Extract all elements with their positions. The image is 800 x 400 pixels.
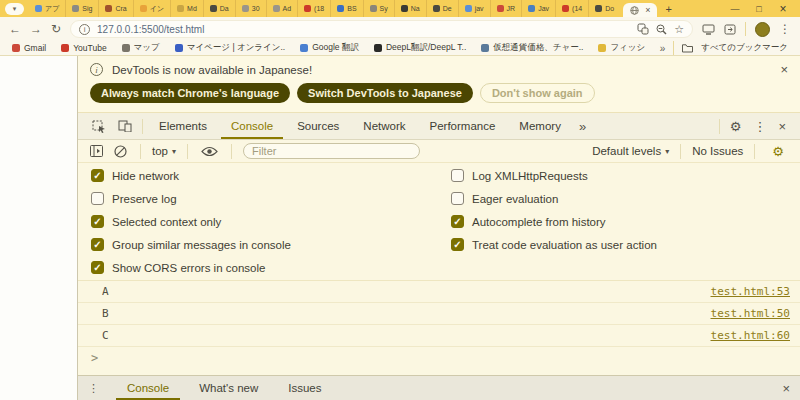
device-toolbar-icon[interactable] [112, 120, 138, 132]
site-info-icon[interactable]: i [79, 24, 90, 35]
browser-tab[interactable]: Do [588, 0, 620, 17]
browser-tab[interactable]: Sig [65, 0, 98, 17]
profile-avatar[interactable] [755, 22, 770, 37]
infobar-close-icon[interactable]: × [780, 63, 788, 76]
bookmark-item[interactable]: フィッシング対策コード.. [598, 42, 644, 54]
console-setting[interactable]: Group similar messages in console [91, 238, 451, 251]
devtools-tab[interactable]: Memory [507, 113, 573, 139]
browser-tab[interactable]: De [426, 0, 458, 17]
console-setting[interactable]: Selected context only [91, 215, 451, 228]
checkbox[interactable] [451, 192, 464, 205]
browser-tab[interactable]: Ad [266, 0, 298, 17]
browser-tab[interactable]: アプ [29, 0, 65, 17]
checkbox[interactable] [451, 215, 464, 228]
console-settings-gear-icon[interactable]: ⚙ [766, 145, 790, 158]
drawer-close-icon[interactable]: × [782, 382, 790, 395]
source-link[interactable]: test.html:60 [711, 329, 790, 342]
console-setting[interactable]: Treat code evaluation as user action [451, 238, 800, 251]
tab-close-icon[interactable]: × [645, 6, 650, 15]
minimize-icon[interactable]: — [723, 4, 747, 14]
checkbox[interactable] [451, 169, 464, 182]
browser-tab[interactable]: Md [170, 0, 203, 17]
bookmark-item[interactable]: マップ [122, 42, 160, 54]
bookmark-item[interactable]: 仮想通貨価格、チャー.. [481, 42, 583, 54]
browser-menu-kebab-icon[interactable]: ⋮ [779, 23, 791, 35]
bookmark-item[interactable]: マイページ | オンライン.. [175, 42, 285, 54]
inspect-element-icon[interactable] [86, 120, 112, 133]
bookmark-item[interactable]: Gmail [12, 43, 46, 53]
address-bar[interactable]: i 127.0.0.1:5500/test.html ☆ [70, 20, 693, 38]
console-setting[interactable]: Autocomplete from history [451, 215, 800, 228]
console-sidebar-icon[interactable] [88, 145, 105, 157]
cast-icon[interactable] [702, 24, 715, 35]
default-levels-dropdown[interactable]: Default levels ▾ [592, 145, 669, 157]
bookmark-item[interactable]: Google 翻訳 [300, 42, 359, 54]
zoom-icon[interactable] [656, 24, 667, 35]
back-icon[interactable]: ← [9, 23, 21, 35]
console-setting[interactable]: Preserve log [91, 192, 451, 205]
devtools-tab[interactable]: Network [351, 113, 417, 139]
drawer-tab[interactable]: What's new [184, 376, 273, 400]
browser-tab[interactable]: jav [458, 0, 490, 17]
browser-tab[interactable]: イン [133, 0, 170, 17]
bookmark-item[interactable]: DeepL翻訳/DeepL T.. [374, 42, 466, 54]
browser-tab[interactable]: (14 [555, 0, 588, 17]
console-toolbar: top ▾ Default levels ▾ No Issues ⚙ [78, 140, 800, 163]
checkbox[interactable] [91, 238, 104, 251]
new-tab-button[interactable]: + [665, 3, 671, 15]
browser-tab[interactable]: 30 [235, 0, 266, 17]
more-tabs-icon[interactable]: » [573, 120, 592, 133]
browser-tab[interactable]: (18 [297, 0, 330, 17]
dont-show-again-button[interactable]: Don't show again [480, 83, 595, 103]
active-browser-tab[interactable]: × [623, 3, 657, 17]
bookmarks-overflow-icon[interactable]: » [660, 43, 666, 54]
devtools-settings-gear-icon[interactable]: ⚙ [724, 120, 748, 133]
devtools-tab[interactable]: Sources [285, 113, 351, 139]
checkbox[interactable] [91, 169, 104, 182]
browser-tab[interactable]: Cra [98, 0, 132, 17]
checkbox[interactable] [91, 261, 104, 274]
console-setting[interactable]: Hide network [91, 169, 451, 182]
browser-tab[interactable]: Sy [363, 0, 394, 17]
console-setting[interactable]: Log XMLHttpRequests [451, 169, 800, 182]
switch-to-japanese-button[interactable]: Switch DevTools to Japanese [297, 83, 473, 103]
url-text[interactable]: 127.0.0.1:5500/test.html [97, 24, 630, 35]
devtools-close-icon[interactable]: × [772, 120, 792, 133]
console-prompt[interactable]: > [78, 347, 800, 369]
bookmark-item[interactable]: YouTube [61, 43, 106, 53]
clear-console-icon[interactable] [112, 145, 129, 158]
live-expression-eye-icon[interactable] [199, 146, 220, 157]
context-selector[interactable]: top ▾ [152, 145, 176, 157]
drawer-menu-kebab-icon[interactable]: ⋮ [88, 382, 98, 395]
console-setting[interactable]: Show CORS errors in console [91, 261, 451, 274]
devtools-menu-kebab-icon[interactable]: ⋮ [747, 120, 772, 133]
filter-input[interactable] [243, 143, 420, 159]
source-link[interactable]: test.html:53 [711, 285, 790, 298]
browser-tab[interactable]: Da [203, 0, 235, 17]
translate-icon[interactable] [637, 23, 649, 35]
bookmark-star-icon[interactable]: ☆ [674, 24, 684, 35]
devtools-tab[interactable]: Console [219, 113, 285, 139]
browser-tab[interactable]: JR [490, 0, 522, 17]
all-bookmarks-label[interactable]: すべてのブックマーク [701, 42, 788, 54]
devtools-tab[interactable]: Elements [147, 113, 219, 139]
drawer-tab[interactable]: Issues [273, 376, 336, 400]
checkbox[interactable] [451, 238, 464, 251]
browser-tab[interactable]: BS [330, 0, 362, 17]
maximize-icon[interactable]: □ [747, 4, 771, 14]
checkbox[interactable] [91, 192, 104, 205]
browser-tab[interactable]: Jav [521, 0, 555, 17]
issues-counter[interactable]: No Issues [692, 145, 743, 157]
tab-restore-icon[interactable] [724, 24, 736, 35]
always-match-language-button[interactable]: Always match Chrome's language [90, 83, 290, 103]
drawer-tab[interactable]: Console [112, 376, 184, 400]
reload-icon[interactable]: ↻ [51, 23, 61, 35]
forward-icon[interactable]: → [30, 23, 42, 35]
checkbox[interactable] [91, 215, 104, 228]
browser-tab[interactable]: Na [394, 0, 426, 17]
tab-search-button[interactable]: ▾ [5, 3, 24, 15]
devtools-tab[interactable]: Performance [418, 113, 508, 139]
console-setting[interactable]: Eager evaluation [451, 192, 800, 205]
source-link[interactable]: test.html:50 [711, 307, 790, 320]
window-close-icon[interactable]: × [771, 2, 795, 16]
